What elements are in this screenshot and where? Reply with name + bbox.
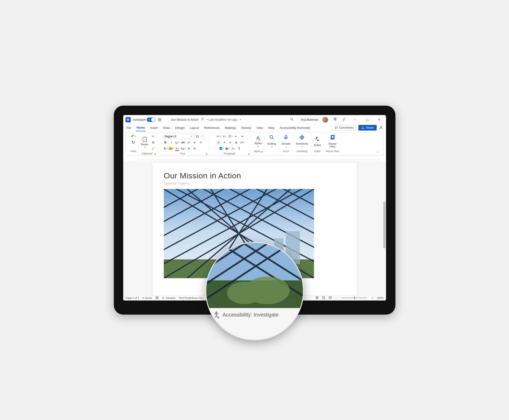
- subscript-button[interactable]: x2: [186, 140, 192, 145]
- editing-button[interactable]: Editing▾: [266, 134, 277, 148]
- text-effects-button[interactable]: A▾: [163, 146, 168, 151]
- reuse-files-button[interactable]: Reuse Files: [328, 134, 337, 148]
- maximize-button[interactable]: ▢: [362, 116, 372, 123]
- superscript-button[interactable]: x2: [192, 140, 197, 145]
- shading-button[interactable]: 🪣▾: [219, 146, 224, 151]
- undo-button[interactable]: ↶▾: [131, 134, 136, 139]
- sharing-indicator-icon[interactable]: [201, 118, 204, 122]
- book-icon[interactable]: [155, 296, 159, 300]
- tab-insert[interactable]: Insert: [150, 125, 158, 131]
- tab-view[interactable]: View: [256, 125, 264, 131]
- numbering-button[interactable]: ≡▾: [222, 134, 227, 139]
- autosave-label: AutoSave: [133, 118, 146, 121]
- line-spacing-button[interactable]: ↕≡▾: [240, 140, 245, 145]
- horizontal-ruler[interactable]: [137, 157, 382, 161]
- group-paragraph: ≔▾ ≡▾ ☰▾ ⇤ ⇥ ≡ ≡ ≡ ≣ ↕≡▾ 🪣▾: [209, 134, 251, 155]
- font-name-select[interactable]: Segoe UI▾: [163, 134, 193, 139]
- change-case-button[interactable]: Aa▾: [180, 146, 186, 151]
- highlight-button[interactable]: ab▾: [169, 146, 174, 151]
- tab-file[interactable]: File: [126, 125, 132, 131]
- document-subheading[interactable]: Tailwind Traders: [164, 182, 346, 185]
- cut-button[interactable]: ✂: [150, 134, 155, 139]
- show-marks-button[interactable]: ¶: [236, 146, 242, 151]
- paste-button[interactable]: 📋 Paste ▾: [140, 136, 149, 149]
- underline-button[interactable]: U▾: [175, 140, 180, 145]
- chevron-down-icon[interactable]: ▾: [240, 119, 241, 121]
- multilevel-list-button[interactable]: ☰▾: [228, 134, 233, 139]
- account-manager-icon[interactable]: [379, 125, 383, 130]
- premium-diamond-icon[interactable]: [333, 117, 337, 122]
- align-right-button[interactable]: ≡: [228, 140, 233, 145]
- web-layout-icon[interactable]: [329, 296, 332, 300]
- clear-formatting-button[interactable]: A̶: [198, 140, 203, 145]
- accessibility-status-text[interactable]: Accessibility: Investigate: [223, 312, 279, 318]
- save-icon[interactable]: [157, 118, 162, 122]
- redo-button[interactable]: ↻: [131, 140, 136, 145]
- document-heading[interactable]: Our Mission in Action: [164, 171, 346, 180]
- page-indicator[interactable]: Page 1 of 1: [125, 297, 139, 299]
- tab-accessibility-reminder[interactable]: Accessibility Reminder: [279, 125, 311, 131]
- bold-button[interactable]: B: [163, 140, 168, 145]
- dialog-launcher-icon[interactable]: ◢: [261, 150, 263, 153]
- strikethrough-button[interactable]: ab: [180, 140, 186, 145]
- tab-draw[interactable]: Draw: [162, 125, 170, 131]
- decrease-indent-button[interactable]: ⇤: [234, 134, 239, 139]
- dialog-launcher-icon[interactable]: ◢: [206, 153, 207, 155]
- word-count[interactable]: 6 words: [142, 297, 152, 299]
- coming-soon-icon[interactable]: [342, 117, 346, 122]
- grow-font-button[interactable]: A▴: [186, 146, 192, 151]
- last-modified-label[interactable]: • Last Modified: 4m ago: [207, 118, 237, 121]
- text-predictions-status[interactable]: Text Predictions: On: [179, 297, 203, 299]
- dialog-launcher-icon[interactable]: ◢: [154, 153, 155, 155]
- styles-button[interactable]: A🖌 Styles▾: [253, 135, 263, 148]
- align-center-button[interactable]: ≡: [222, 140, 227, 145]
- microphone-icon: [283, 135, 289, 142]
- ribbon-tab-strip: File Home Insert Draw Design Layout Refe…: [123, 124, 386, 131]
- minimize-button[interactable]: ─: [351, 116, 360, 123]
- vertical-scrollbar[interactable]: [383, 202, 386, 248]
- italic-button[interactable]: I: [169, 140, 174, 145]
- font-color-button[interactable]: A▾: [175, 146, 180, 151]
- align-left-button[interactable]: ≡: [216, 140, 221, 145]
- share-button[interactable]: Share: [358, 125, 376, 131]
- group-label: Sensitivity: [297, 150, 308, 153]
- tab-home[interactable]: Home: [136, 124, 145, 131]
- format-painter-button[interactable]: 🖌: [150, 146, 155, 151]
- sensitivity-button[interactable]: Sensitivity▾: [295, 134, 309, 148]
- document-title[interactable]: Our Mission in Action: [171, 118, 199, 121]
- tab-references[interactable]: References: [204, 125, 220, 131]
- increase-indent-button[interactable]: ⇥: [240, 134, 245, 139]
- tab-review[interactable]: Review: [241, 125, 252, 131]
- font-size-select[interactable]: 11▾: [194, 134, 204, 139]
- comments-button[interactable]: Comments: [332, 125, 356, 131]
- tab-mailings[interactable]: Mailings: [224, 125, 236, 131]
- sort-button[interactable]: A↓: [231, 146, 236, 151]
- track-changes-status[interactable]: General: [162, 296, 176, 299]
- tab-design[interactable]: Design: [175, 125, 185, 131]
- zoom-slider[interactable]: [341, 297, 367, 298]
- shrink-font-button[interactable]: A▾: [192, 146, 197, 151]
- print-layout-icon[interactable]: [322, 296, 325, 300]
- ribbon-body: ↶▾ ↻ Undo 📋 Paste ▾ ✂ ⧉ 🖌: [125, 132, 384, 156]
- zoom-level[interactable]: 100%: [377, 297, 384, 299]
- editor-button[interactable]: Editor: [313, 135, 322, 147]
- group-clipboard: 📋 Paste ▾ ✂ ⧉ 🖌 Clipboard ◢: [139, 134, 158, 155]
- justify-button[interactable]: ≣: [234, 140, 239, 145]
- user-name[interactable]: Ana Bowman: [301, 118, 318, 121]
- tab-help[interactable]: Help: [268, 125, 275, 131]
- search-icon[interactable]: [290, 117, 294, 122]
- autosave-toggle[interactable]: AutoSave On: [133, 118, 155, 122]
- focus-mode-icon[interactable]: [315, 296, 319, 300]
- zoom-out-button[interactable]: −: [335, 297, 337, 299]
- dictate-button[interactable]: Dictate▾: [281, 134, 291, 148]
- zoom-in-button[interactable]: +: [372, 297, 373, 299]
- user-avatar[interactable]: [322, 117, 328, 123]
- bullets-button[interactable]: ≔▾: [216, 134, 221, 139]
- borders-button[interactable]: ▦▾: [225, 146, 230, 151]
- close-button[interactable]: ✕: [374, 116, 384, 123]
- dialog-launcher-icon[interactable]: ◢: [248, 153, 250, 155]
- group-label: Undo: [131, 150, 136, 153]
- copy-button[interactable]: ⧉: [150, 140, 155, 145]
- collapse-ribbon-chevron-icon[interactable]: ⌄: [376, 149, 379, 154]
- tab-layout[interactable]: Layout: [189, 125, 199, 131]
